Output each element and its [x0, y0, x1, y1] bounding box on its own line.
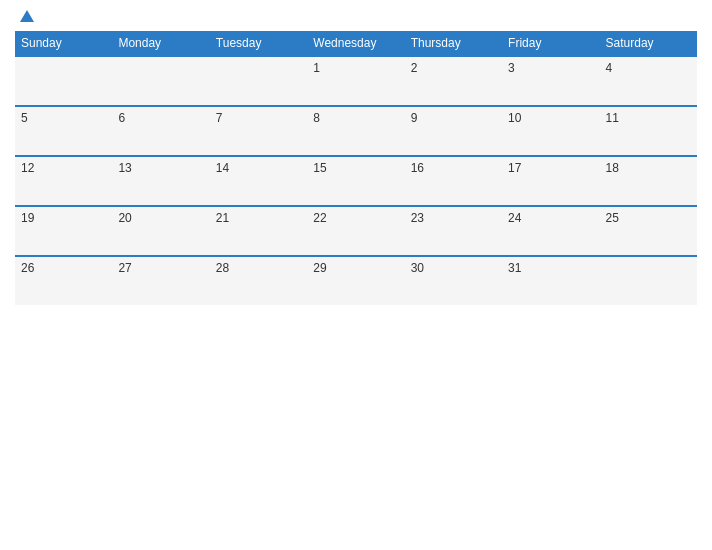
empty-day-cell: [15, 56, 112, 106]
day-number: 29: [313, 261, 326, 275]
day-cell: 12: [15, 156, 112, 206]
day-number: 31: [508, 261, 521, 275]
day-number: 28: [216, 261, 229, 275]
weekday-header: Thursday: [405, 31, 502, 56]
day-cell: 24: [502, 206, 599, 256]
day-number: 7: [216, 111, 223, 125]
day-number: 6: [118, 111, 125, 125]
day-cell: 7: [210, 106, 307, 156]
calendar-page: SundayMondayTuesdayWednesdayThursdayFrid…: [0, 0, 712, 550]
weekday-header: Friday: [502, 31, 599, 56]
day-cell: 2: [405, 56, 502, 106]
weekday-header: Saturday: [600, 31, 697, 56]
logo-blue-text: [17, 10, 34, 23]
day-number: 9: [411, 111, 418, 125]
weekday-header: Monday: [112, 31, 209, 56]
day-cell: 23: [405, 206, 502, 256]
calendar-week-row: 19202122232425: [15, 206, 697, 256]
day-number: 13: [118, 161, 131, 175]
calendar-week-row: 12131415161718: [15, 156, 697, 206]
day-number: 15: [313, 161, 326, 175]
day-cell: 4: [600, 56, 697, 106]
day-cell: 15: [307, 156, 404, 206]
day-number: 1: [313, 61, 320, 75]
day-number: 4: [606, 61, 613, 75]
day-number: 23: [411, 211, 424, 225]
day-cell: 19: [15, 206, 112, 256]
day-number: 30: [411, 261, 424, 275]
day-number: 14: [216, 161, 229, 175]
day-number: 12: [21, 161, 34, 175]
logo: [17, 10, 34, 23]
day-number: 3: [508, 61, 515, 75]
day-cell: 11: [600, 106, 697, 156]
day-cell: 9: [405, 106, 502, 156]
day-cell: 3: [502, 56, 599, 106]
empty-day-cell: [112, 56, 209, 106]
day-cell: 27: [112, 256, 209, 305]
empty-day-cell: [210, 56, 307, 106]
day-cell: 29: [307, 256, 404, 305]
weekday-header: Sunday: [15, 31, 112, 56]
empty-day-cell: [600, 256, 697, 305]
logo-triangle-icon: [20, 10, 34, 22]
day-cell: 8: [307, 106, 404, 156]
day-cell: 14: [210, 156, 307, 206]
day-number: 24: [508, 211, 521, 225]
day-number: 19: [21, 211, 34, 225]
weekday-header: Tuesday: [210, 31, 307, 56]
day-cell: 10: [502, 106, 599, 156]
day-number: 18: [606, 161, 619, 175]
weekday-header-row: SundayMondayTuesdayWednesdayThursdayFrid…: [15, 31, 697, 56]
day-cell: 26: [15, 256, 112, 305]
weekday-header: Wednesday: [307, 31, 404, 56]
day-number: 22: [313, 211, 326, 225]
day-number: 25: [606, 211, 619, 225]
calendar-week-row: 262728293031: [15, 256, 697, 305]
calendar-week-row: 1234: [15, 56, 697, 106]
day-cell: 16: [405, 156, 502, 206]
day-cell: 20: [112, 206, 209, 256]
day-number: 5: [21, 111, 28, 125]
day-number: 21: [216, 211, 229, 225]
day-cell: 18: [600, 156, 697, 206]
day-cell: 22: [307, 206, 404, 256]
day-number: 10: [508, 111, 521, 125]
day-cell: 1: [307, 56, 404, 106]
day-number: 8: [313, 111, 320, 125]
day-number: 16: [411, 161, 424, 175]
day-cell: 28: [210, 256, 307, 305]
day-cell: 5: [15, 106, 112, 156]
day-cell: 30: [405, 256, 502, 305]
calendar-week-row: 567891011: [15, 106, 697, 156]
day-number: 26: [21, 261, 34, 275]
day-cell: 17: [502, 156, 599, 206]
day-cell: 21: [210, 206, 307, 256]
day-number: 20: [118, 211, 131, 225]
day-cell: 6: [112, 106, 209, 156]
day-number: 2: [411, 61, 418, 75]
day-number: 27: [118, 261, 131, 275]
day-number: 11: [606, 111, 619, 125]
day-cell: 13: [112, 156, 209, 206]
day-cell: 25: [600, 206, 697, 256]
header: [15, 10, 697, 23]
day-number: 17: [508, 161, 521, 175]
day-cell: 31: [502, 256, 599, 305]
calendar-table: SundayMondayTuesdayWednesdayThursdayFrid…: [15, 31, 697, 305]
